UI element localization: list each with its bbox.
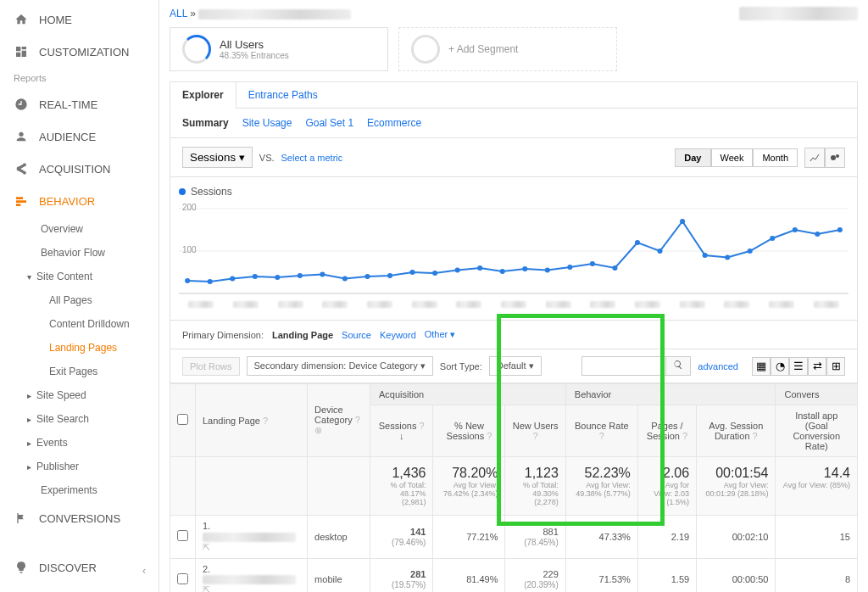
table-row[interactable]: 2. ⇱ mobile 281 (19.57%) 81.49% 229 (20.…	[170, 558, 858, 592]
sub-site-speed[interactable]: Site Speed	[0, 383, 159, 407]
table-view-compare-icon[interactable]: ⇄	[808, 357, 826, 376]
svg-point-16	[432, 271, 437, 276]
segment-subtitle: 48.35% Entrances	[220, 51, 289, 60]
sidebar: HOME CUSTOMIZATION Reports REAL-TIME AUD…	[0, 0, 159, 592]
nav-discover[interactable]: DISCOVER	[0, 551, 159, 584]
flag-icon	[14, 511, 29, 526]
dashboard-icon	[14, 44, 29, 59]
time-week[interactable]: Week	[711, 148, 754, 167]
subtabs: Summary Site Usage Goal Set 1 Ecommerce	[170, 108, 858, 137]
search-input[interactable]	[581, 356, 666, 376]
nav-customization[interactable]: CUSTOMIZATION	[0, 36, 159, 68]
search-button[interactable]	[666, 356, 691, 376]
nav-realtime-label: REAL-TIME	[39, 98, 97, 111]
col-install[interactable]: Install app (Goal Conversion Rate)	[793, 410, 840, 451]
legend-sessions: Sessions	[191, 186, 232, 198]
nav-conversions[interactable]: CONVERSIONS	[0, 502, 159, 534]
sort-default-select[interactable]: Default ▾	[489, 356, 542, 376]
time-month[interactable]: Month	[753, 148, 798, 167]
subtab-goal1[interactable]: Goal Set 1	[305, 117, 353, 129]
primary-dim-label: Primary Dimension:	[182, 330, 264, 340]
sub-events[interactable]: Events	[0, 431, 159, 455]
nav-realtime[interactable]: REAL-TIME	[0, 88, 159, 120]
select-all-checkbox[interactable]	[177, 414, 188, 425]
svg-point-23	[590, 261, 595, 266]
chart-controls: Sessions ▾ VS. Select a metric Day Week …	[170, 137, 858, 177]
sub-exit-pages[interactable]: Exit Pages	[0, 360, 159, 383]
date-range-redacted[interactable]	[739, 7, 858, 20]
tab-explorer[interactable]: Explorer	[170, 81, 236, 109]
sub-behavior-flow[interactable]: Behavior Flow	[0, 241, 159, 265]
svg-point-24	[612, 265, 617, 271]
breadcrumb-sep: »	[190, 8, 196, 20]
sub-site-search[interactable]: Site Search	[0, 407, 159, 431]
col-new-users[interactable]: New Users	[513, 421, 559, 431]
segment-add[interactable]: + Add Segment	[398, 27, 617, 71]
clock-icon	[14, 97, 29, 112]
sub-overview[interactable]: Overview	[0, 217, 159, 241]
row-checkbox[interactable]	[177, 573, 188, 584]
sub-experiments[interactable]: Experiments	[0, 478, 159, 502]
sub-landing-pages[interactable]: Landing Pages	[0, 336, 159, 360]
dim-source[interactable]: Source	[342, 330, 371, 340]
table-view-pie-icon[interactable]: ◔	[771, 357, 789, 376]
svg-point-32	[793, 227, 798, 232]
subtab-ecommerce[interactable]: Ecommerce	[367, 117, 421, 129]
time-day[interactable]: Day	[675, 148, 710, 167]
col-pct-new[interactable]: % New Sessions	[447, 421, 485, 441]
dim-keyword[interactable]: Keyword	[380, 330, 416, 340]
sub-all-pages[interactable]: All Pages	[0, 288, 159, 312]
svg-point-22	[567, 265, 572, 270]
svg-point-14	[387, 273, 392, 278]
main-content: ALL » All Users 48.35% Entrances + Add S…	[159, 0, 868, 592]
sub-content-drilldown[interactable]: Content Drilldown	[0, 312, 159, 336]
svg-point-20	[522, 266, 527, 271]
svg-point-1	[836, 154, 839, 158]
dim-landing-page[interactable]: Landing Page	[272, 330, 333, 340]
table-row[interactable]: 1. ⇱ desktop 141 (79.46%) 77.21% 881 (78…	[170, 516, 858, 559]
data-table: Landing Page ? Device Category ? ⊗ Acqui…	[170, 383, 858, 592]
svg-point-11	[320, 272, 325, 277]
summary-row: 1,436% of Total: 48.17% (2,981) 78.20%Av…	[170, 457, 858, 516]
col-device-category[interactable]: Device Category	[314, 405, 353, 425]
svg-point-13	[364, 274, 370, 279]
nav-admin[interactable]: ADMIN	[0, 584, 159, 592]
sidebar-collapse[interactable]: ‹	[136, 558, 153, 584]
sub-publisher[interactable]: Publisher	[0, 455, 159, 478]
circle-empty-icon	[411, 35, 440, 64]
nav-home[interactable]: HOME	[0, 3, 159, 36]
col-sessions[interactable]: Sessions	[379, 421, 417, 431]
col-pages-session[interactable]: Pages / Session	[647, 421, 683, 441]
breadcrumb-all[interactable]: ALL	[170, 8, 187, 20]
nav-audience[interactable]: AUDIENCE	[0, 120, 159, 153]
subtab-site-usage[interactable]: Site Usage	[242, 117, 292, 129]
col-bounce[interactable]: Bounce Rate	[575, 421, 629, 431]
table-view-bar-icon[interactable]: ☰	[789, 357, 808, 376]
nav-acquisition[interactable]: ACQUISITION	[0, 153, 159, 185]
behavior-icon	[14, 193, 29, 209]
chart-view-motion-icon[interactable]	[825, 148, 845, 168]
sub-site-content[interactable]: Site Content	[0, 265, 159, 288]
nav-behavior-label: BEHAVIOR	[39, 195, 95, 208]
table-view-pivot-icon[interactable]: ⊞	[826, 357, 845, 376]
nav-behavior[interactable]: BEHAVIOR	[0, 185, 159, 217]
col-landing-page[interactable]: Landing Page	[203, 416, 260, 426]
segment-all-users[interactable]: All Users 48.35% Entrances	[170, 27, 388, 71]
svg-point-29	[725, 255, 730, 260]
reports-section-label: Reports	[0, 68, 159, 88]
subtab-summary[interactable]: Summary	[182, 117, 229, 129]
metric-sessions-btn[interactable]: Sessions ▾	[182, 147, 253, 168]
secondary-dimension-select[interactable]: Secondary dimension: Device Category ▾	[247, 356, 433, 376]
y-tick-100: 100	[182, 245, 197, 254]
tab-entrance-paths[interactable]: Entrance Paths	[236, 82, 330, 108]
chart-area: Sessions 200 100	[170, 177, 858, 321]
select-metric-link[interactable]: Select a metric	[281, 153, 343, 163]
table-view-data-icon[interactable]: ▦	[752, 357, 771, 376]
advanced-link[interactable]: advanced	[698, 361, 738, 371]
chart-view-line-icon[interactable]	[804, 148, 825, 168]
row-checkbox[interactable]	[177, 530, 188, 541]
dimension-row: Primary Dimension: Landing Page Source K…	[170, 321, 858, 349]
svg-point-7	[230, 276, 235, 282]
nav-audience-label: AUDIENCE	[39, 131, 96, 143]
dim-other[interactable]: Other ▾	[425, 329, 456, 340]
